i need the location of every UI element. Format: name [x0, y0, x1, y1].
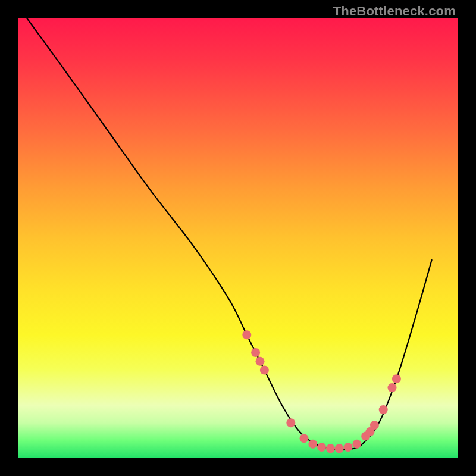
data-marker	[242, 330, 251, 339]
watermark-text: TheBottleneck.com	[333, 4, 456, 19]
data-marker	[344, 443, 353, 452]
data-marker	[308, 440, 317, 449]
data-marker	[352, 440, 361, 449]
data-marker	[392, 374, 401, 383]
data-marker	[388, 383, 397, 392]
data-marker	[326, 444, 335, 453]
data-marker	[256, 357, 265, 366]
chart-container: TheBottleneck.com	[0, 0, 476, 476]
data-marker	[300, 434, 309, 443]
data-marker	[335, 444, 344, 453]
data-marker	[317, 443, 326, 452]
data-marker	[286, 418, 295, 427]
data-marker	[379, 405, 388, 414]
data-marker	[370, 421, 379, 430]
plot-area	[18, 18, 458, 458]
data-marker	[251, 348, 260, 357]
marker-group	[242, 330, 401, 453]
chart-svg	[18, 18, 458, 458]
bottleneck-curve	[27, 18, 432, 450]
data-marker	[260, 366, 269, 375]
